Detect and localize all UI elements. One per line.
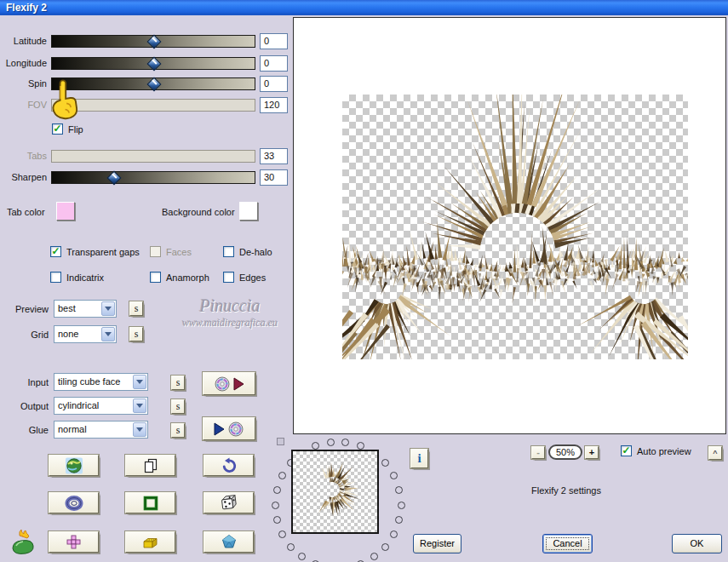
apply-settings-button[interactable] (203, 417, 255, 440)
indicatrix-label: Indicatrix (66, 272, 104, 283)
sharpen-slider[interactable] (51, 171, 255, 184)
random-button[interactable] (203, 492, 254, 513)
spin-slider[interactable] (51, 77, 255, 90)
background-color-swatch[interactable] (239, 202, 258, 221)
lego-icon (141, 535, 159, 550)
register-button[interactable]: Register (413, 534, 461, 553)
grid-label: Grid (0, 330, 49, 340)
load-settings-button[interactable] (203, 372, 255, 395)
output-s-button[interactable]: s (171, 399, 185, 414)
cancel-button[interactable]: Cancel (542, 534, 593, 553)
tabs-value[interactable]: 33 (260, 148, 288, 164)
torus-button[interactable] (49, 492, 99, 513)
preview-image[interactable] (342, 95, 688, 359)
input-label: Input (0, 377, 49, 387)
cube-net-icon (65, 533, 83, 551)
dial-dot (398, 502, 405, 509)
dice-icon (220, 494, 238, 512)
unfold-button[interactable] (49, 531, 99, 553)
zoom-out-button[interactable]: - (531, 446, 545, 459)
tab-color-swatch[interactable] (56, 202, 75, 221)
sharpen-value[interactable]: 30 (260, 169, 288, 186)
checkbox-indicatrix[interactable]: Indicatrix (50, 272, 104, 283)
spin-value[interactable]: 0 (260, 76, 288, 92)
polyhedron-button[interactable] (203, 531, 254, 553)
sharpen-slider-thumb[interactable] (106, 171, 121, 186)
dial-dot (273, 486, 281, 494)
input-select[interactable]: tiling cube face (54, 373, 148, 391)
check-icon: ✓ (53, 124, 62, 134)
output-select[interactable]: cylindrical (54, 397, 148, 415)
checkbox-de-halo[interactable]: De-halo (223, 246, 272, 257)
dial-handle[interactable] (277, 438, 284, 445)
chevron-down-icon[interactable] (133, 375, 146, 389)
longitude-slider-thumb[interactable] (147, 57, 162, 72)
latitude-label: Latitude (0, 36, 47, 46)
zoom-in-button[interactable]: + (585, 446, 599, 459)
info-button[interactable]: i (410, 449, 428, 468)
checkbox-edges[interactable]: Edges (223, 272, 266, 283)
tab-color-label: Tab color (7, 207, 45, 217)
thumbnail-render (293, 451, 374, 529)
check-icon: ✓ (51, 247, 60, 256)
frame-button[interactable] (125, 492, 175, 513)
latitude-slider[interactable] (51, 35, 255, 48)
chevron-down-icon[interactable] (101, 301, 115, 316)
checkbox-anamorph[interactable]: Anamorph (150, 272, 209, 283)
chevron-down-icon[interactable] (133, 422, 146, 437)
auto-preview-label: Auto preview (637, 446, 691, 456)
check-icon: ✓ (622, 446, 631, 456)
checkbox-auto-preview[interactable]: ✓ Auto preview (621, 445, 691, 456)
title-bar[interactable]: Flexify 2 (0, 0, 728, 15)
checkbox-transparent-gaps[interactable]: ✓ Transparent gaps (50, 246, 140, 257)
grid-s-button[interactable]: s (129, 327, 143, 341)
longitude-label: Longitude (0, 58, 47, 68)
dial-dot (341, 439, 349, 446)
tabs-slider[interactable] (51, 150, 255, 163)
brick-button[interactable] (125, 531, 175, 553)
watermark-line2: www.maidiregrafica.eu (158, 317, 302, 330)
square-frame-icon (142, 495, 159, 512)
glue-label: Glue (0, 425, 49, 435)
preview-select[interactable]: best (54, 300, 117, 318)
dial-dot (370, 553, 378, 560)
dial-dot (395, 486, 403, 494)
glue-select[interactable]: normal (54, 421, 148, 439)
copy-settings-button[interactable] (125, 455, 175, 476)
dial-dot (278, 472, 286, 479)
longitude-slider[interactable] (51, 57, 255, 70)
preview-label: Preview (0, 304, 49, 314)
collapse-button[interactable]: ^ (708, 446, 722, 460)
checkbox-flip[interactable]: ✓ Flip (52, 123, 83, 135)
fov-slider[interactable] (51, 99, 255, 112)
dial-dot (395, 516, 403, 524)
zoom-level: 50% (548, 444, 582, 460)
flip-label: Flip (68, 124, 83, 135)
hand-cursor-icon (48, 79, 80, 123)
grid-select[interactable]: none (54, 325, 117, 343)
glue-s-button[interactable]: s (171, 423, 185, 438)
thumbnail-preview[interactable] (291, 450, 379, 534)
faces-label: Faces (166, 247, 192, 257)
preview-s-button[interactable]: s (129, 301, 143, 316)
window-title: Flexify 2 (6, 2, 47, 14)
dial-dot (278, 530, 286, 538)
planet-button[interactable] (49, 455, 99, 476)
latitude-value[interactable]: 0 (260, 33, 288, 49)
checkbox-faces[interactable]: Faces (150, 246, 192, 257)
latitude-slider-thumb[interactable] (147, 35, 162, 49)
dial-dot (287, 543, 295, 551)
torus-icon (65, 496, 83, 511)
chevron-down-icon[interactable] (133, 399, 146, 413)
spin-slider-thumb[interactable] (147, 77, 162, 92)
longitude-value[interactable]: 0 (260, 55, 288, 72)
fov-label: FOV (0, 100, 47, 110)
chevron-down-icon[interactable] (101, 327, 115, 341)
dial-dot (272, 502, 279, 509)
tabs-label: Tabs (0, 151, 47, 161)
input-s-button[interactable]: s (171, 376, 185, 390)
disc-play-icon (212, 376, 246, 393)
fov-value[interactable]: 120 (260, 97, 288, 113)
ok-button[interactable]: OK (672, 534, 722, 553)
undo-button[interactable] (203, 455, 254, 476)
